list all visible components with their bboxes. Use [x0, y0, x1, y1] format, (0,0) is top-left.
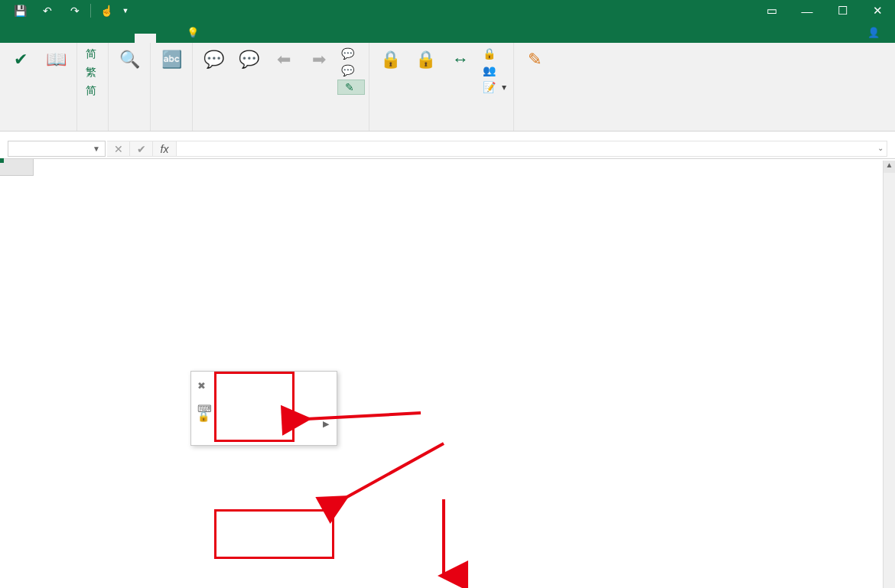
chevron-down-icon[interactable]: ▼ — [93, 145, 100, 153]
titlebar: 💾 ↶ ↷ ☝ ▼ ▭ — ☐ ✕ — [0, 0, 895, 21]
tab-insert[interactable] — [49, 34, 70, 43]
save-icon[interactable]: 💾 — [6, 0, 34, 21]
login-button[interactable] — [845, 28, 860, 37]
spreadsheet-grid — [0, 159, 895, 587]
group-label — [4, 126, 73, 131]
group-language: 🔤 — [151, 43, 193, 131]
quick-access-toolbar: 💾 ↶ ↷ ☝ ▼ — [0, 0, 131, 21]
redo-icon[interactable]: ↷ — [61, 0, 89, 21]
ctx-protect[interactable]: 🔒 — [191, 412, 337, 420]
name-box[interactable]: ▼ — [8, 141, 106, 157]
ribbon-tabs: 💡 👤 — [0, 21, 895, 43]
ctx-movecopy[interactable] — [191, 397, 337, 404]
ctx-hide[interactable] — [191, 427, 337, 435]
tab-review[interactable] — [135, 34, 156, 43]
ctx-insert[interactable] — [191, 374, 337, 382]
ctx-viewcode[interactable]: ⌨ — [191, 404, 337, 412]
start-ink-button[interactable]: ✎ — [518, 46, 552, 73]
enter-icon[interactable]: ✔ — [130, 141, 153, 156]
ribbon-options-icon[interactable]: ▭ — [754, 0, 789, 21]
spellcheck-button[interactable]: ✔ — [4, 46, 37, 73]
select-all-corner[interactable] — [0, 159, 34, 176]
separator — [90, 4, 91, 18]
prev-comment-button[interactable]: ⬅ — [267, 46, 301, 73]
delete-comment-button[interactable]: 💬 — [232, 46, 265, 73]
tab-file[interactable] — [6, 34, 28, 43]
group-proofing: ✔ 📖 — [0, 43, 77, 131]
track-changes-button[interactable]: 📝 ▾ — [479, 80, 509, 95]
ribbon: ✔ 📖 简 繁 简 🔍 🔤 💬 💬 ⬅ ➡ — [0, 43, 895, 132]
new-comment-button[interactable]: 💬 — [197, 46, 230, 73]
group-comments: 💬 💬 ⬅ ➡ 💬 💬 ✎ — [193, 43, 369, 131]
formula-bar: ▼ ✕ ✔ fx ⌄ — [0, 139, 895, 159]
group-label — [81, 126, 104, 131]
ctx-tabcolor[interactable]: ▶ — [191, 420, 337, 427]
fx-icon[interactable]: fx — [153, 141, 176, 156]
convert-button[interactable]: 简 — [81, 83, 104, 99]
tab-home[interactable] — [28, 34, 49, 43]
window-controls: ▭ — ☐ ✕ — [754, 0, 895, 21]
thesaurus-button[interactable]: 📖 — [39, 46, 73, 73]
undo-icon[interactable]: ↶ — [34, 0, 61, 21]
simp-to-trad-button[interactable]: 繁 — [81, 64, 104, 81]
protect-workbook-button[interactable]: 🔒 — [408, 46, 442, 73]
tell-me-search[interactable]: 💡 — [177, 22, 213, 43]
group-label — [112, 126, 146, 131]
tab-view[interactable] — [156, 34, 177, 43]
expand-formula-icon[interactable]: ⌄ — [877, 144, 884, 152]
maximize-icon[interactable]: ☐ — [825, 0, 860, 21]
close-icon[interactable]: ✕ — [860, 0, 895, 21]
share-icon: 👤 — [867, 27, 880, 38]
show-ink-button[interactable]: ✎ — [337, 80, 365, 95]
tab-layout[interactable] — [70, 34, 92, 43]
group-insights: 🔍 — [109, 43, 151, 131]
formula-input[interactable]: ⌄ — [177, 141, 887, 157]
ctx-delete[interactable]: ✖ — [191, 382, 337, 389]
allow-edit-button[interactable]: 👥 — [479, 63, 509, 78]
group-label — [373, 126, 509, 131]
tab-data[interactable] — [113, 34, 135, 43]
scroll-up-icon[interactable]: ▲ — [884, 161, 895, 173]
tab-formulas[interactable] — [92, 34, 113, 43]
qat-customize-icon[interactable]: ▼ — [120, 0, 131, 21]
share-workbook-button[interactable]: ↔ — [444, 46, 477, 73]
group-chinese: 简 繁 简 — [77, 43, 109, 131]
show-hide-comment-button[interactable]: 💬 — [337, 46, 365, 61]
sheet-context-menu: ✖ ⌨ 🔒 ▶ — [190, 371, 337, 446]
group-label — [518, 126, 552, 131]
protect-share-button[interactable]: 🔒 — [479, 46, 509, 61]
lightbulb-icon: 💡 — [187, 27, 199, 38]
trad-to-simp-button[interactable]: 简 — [81, 46, 104, 63]
group-label — [155, 126, 188, 131]
minimize-icon[interactable]: — — [789, 0, 825, 21]
vertical-scrollbar[interactable]: ▲ — [883, 161, 895, 588]
group-changes: 🔒 🔒 ↔ 🔒 👥 📝 ▾ — [369, 43, 514, 131]
group-ink: ✎ — [514, 43, 555, 131]
show-all-comments-button[interactable]: 💬 — [337, 63, 365, 78]
translate-button[interactable]: 🔤 — [155, 46, 188, 73]
protect-sheet-button[interactable]: 🔒 — [373, 46, 407, 73]
next-comment-button[interactable]: ➡ — [302, 46, 336, 73]
smart-lookup-button[interactable]: 🔍 — [112, 46, 146, 73]
group-label — [197, 126, 365, 131]
cancel-icon[interactable]: ✕ — [107, 141, 130, 156]
ctx-unhide — [191, 435, 337, 443]
share-button[interactable]: 👤 — [860, 22, 890, 43]
touch-mode-icon[interactable]: ☝ — [93, 0, 120, 21]
ctx-rename[interactable] — [191, 389, 337, 397]
